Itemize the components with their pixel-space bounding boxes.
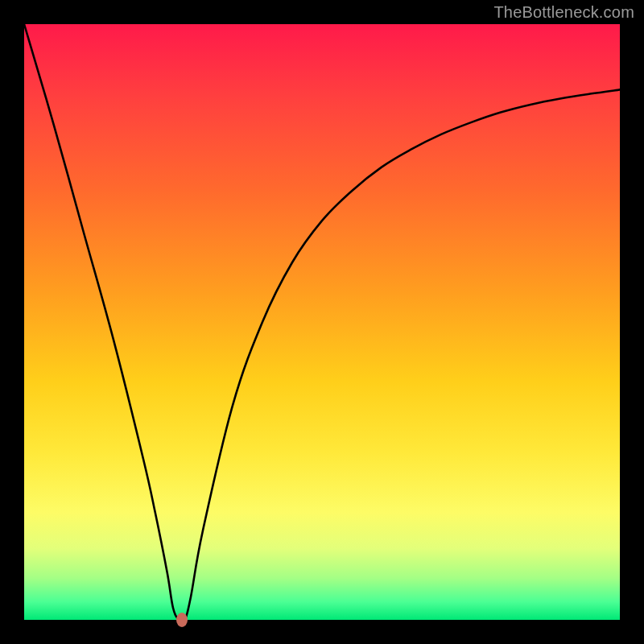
- plot-area: [24, 24, 620, 620]
- bottleneck-curve: [24, 24, 620, 620]
- curve-path: [24, 24, 620, 620]
- watermark-text: TheBottleneck.com: [493, 3, 634, 22]
- frame-bottom: [0, 620, 644, 644]
- frame-left: [0, 0, 24, 644]
- frame-right: [620, 0, 644, 644]
- marker-dot: [176, 613, 188, 627]
